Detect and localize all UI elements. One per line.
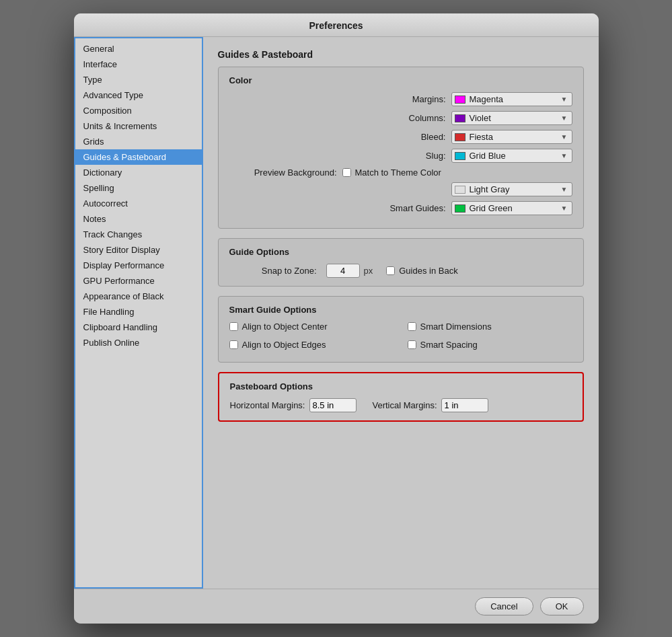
light-gray-value: Light Gray	[470, 184, 558, 194]
align-object-center-label: Align to Object Center	[242, 322, 328, 332]
margins-dropdown[interactable]: Magenta ▼	[451, 92, 572, 106]
vertical-margins-group: Vertical Margins:	[373, 398, 488, 412]
match-theme-group: Match to Theme Color	[342, 167, 441, 178]
color-panel-title: Color	[229, 75, 572, 85]
sidebar-item-spelling[interactable]: Spelling	[75, 180, 202, 196]
light-gray-arrow: ▼	[561, 186, 568, 193]
sidebar-item-file-handling[interactable]: File Handling	[75, 304, 202, 320]
main-content: Guides & Pasteboard Color Margins: Magen…	[203, 37, 599, 589]
sidebar-item-clipboard-handling[interactable]: Clipboard Handling	[75, 320, 202, 335]
sidebar-item-publish-online[interactable]: Publish Online	[75, 335, 202, 350]
vertical-margins-label: Vertical Margins:	[373, 400, 437, 410]
pasteboard-row: Horizontal Margins: Vertical Margins:	[230, 398, 572, 412]
columns-value: Violet	[470, 113, 558, 123]
slug-dropdown[interactable]: Grid Blue ▼	[451, 149, 572, 163]
sidebar-item-dictionary[interactable]: Dictionary	[75, 165, 202, 180]
sidebar: GeneralInterfaceTypeAdvanced TypeComposi…	[74, 37, 203, 589]
smart-dimensions-row: Smart Dimensions	[408, 322, 572, 332]
slug-row: Slug: Grid Blue ▼	[229, 149, 572, 163]
vertical-margins-input[interactable]	[441, 398, 488, 412]
sidebar-item-grids[interactable]: Grids	[75, 134, 202, 149]
bleed-value: Fiesta	[470, 132, 558, 142]
sidebar-item-autocorrect[interactable]: Autocorrect	[75, 196, 202, 211]
align-object-edges-row: Align to Object Edges	[229, 340, 394, 350]
ok-button[interactable]: OK	[540, 597, 584, 615]
columns-row: Columns: Violet ▼	[229, 111, 572, 125]
bleed-swatch	[455, 133, 465, 141]
columns-swatch	[455, 114, 465, 122]
sidebar-item-type[interactable]: Type	[75, 72, 202, 87]
columns-dropdown[interactable]: Violet ▼	[451, 111, 572, 125]
sidebar-item-display-performance[interactable]: Display Performance	[75, 258, 202, 273]
guide-options-panel: Guide Options Snap to Zone: 4 px Guides …	[218, 238, 584, 287]
smart-guides-label: Smart Guides:	[338, 203, 446, 213]
bleed-dropdown[interactable]: Fiesta ▼	[451, 130, 572, 144]
snap-zone-label: Snap to Zone:	[229, 266, 317, 276]
title-bar: Preferences	[74, 13, 599, 37]
smart-spacing-row: Smart Spacing	[408, 340, 572, 350]
guide-options-row: Snap to Zone: 4 px Guides in Back	[229, 264, 572, 278]
snap-zone-unit: px	[364, 266, 373, 276]
sidebar-item-units-and-increments[interactable]: Units & Increments	[75, 118, 202, 134]
guides-in-back-label: Guides in Back	[399, 266, 457, 276]
slug-arrow: ▼	[561, 152, 568, 159]
sidebar-item-gpu-performance[interactable]: GPU Performance	[75, 273, 202, 289]
margins-label: Margins:	[338, 94, 446, 104]
margins-arrow: ▼	[561, 96, 568, 103]
smart-spacing-checkbox[interactable]	[408, 340, 416, 349]
sidebar-item-track-changes[interactable]: Track Changes	[75, 227, 202, 242]
slug-label: Slug:	[338, 151, 446, 161]
align-object-center-checkbox[interactable]	[229, 322, 238, 331]
guide-options-title: Guide Options	[229, 247, 572, 257]
match-theme-label: Match to Theme Color	[355, 167, 441, 178]
smart-guides-value: Grid Green	[470, 203, 558, 213]
margins-row: Margins: Magenta ▼	[229, 92, 572, 106]
sidebar-item-guides-and-pasteboard[interactable]: Guides & Pasteboard	[75, 149, 202, 165]
dialog-body: GeneralInterfaceTypeAdvanced TypeComposi…	[74, 37, 599, 589]
slug-value: Grid Blue	[470, 151, 558, 161]
guides-in-back-checkbox[interactable]	[386, 266, 395, 275]
align-object-center-row: Align to Object Center	[229, 322, 394, 332]
horizontal-margins-input[interactable]	[309, 398, 357, 412]
bleed-arrow: ▼	[561, 133, 568, 141]
sidebar-item-interface[interactable]: Interface	[75, 57, 202, 72]
smart-spacing-label: Smart Spacing	[420, 340, 478, 350]
sidebar-item-notes[interactable]: Notes	[75, 211, 202, 227]
snap-zone-input[interactable]: 4	[326, 264, 360, 278]
smart-guide-options-title: Smart Guide Options	[229, 305, 572, 315]
smart-guides-dropdown[interactable]: Grid Green ▼	[451, 201, 572, 215]
smart-guides-swatch	[455, 204, 465, 213]
align-object-edges-checkbox[interactable]	[229, 340, 238, 349]
smart-dimensions-checkbox[interactable]	[408, 322, 416, 331]
footer: Cancel OK	[74, 589, 599, 624]
snap-zone-group: Snap to Zone: 4 px	[229, 264, 373, 278]
align-object-edges-label: Align to Object Edges	[242, 340, 326, 350]
pasteboard-options-title: Pasteboard Options	[230, 381, 572, 391]
smart-guide-grid: Align to Object Center Smart Dimensions …	[229, 322, 572, 354]
sidebar-item-composition[interactable]: Composition	[75, 103, 202, 118]
smart-dimensions-label: Smart Dimensions	[420, 322, 492, 332]
sidebar-item-appearance-of-black[interactable]: Appearance of Black	[75, 289, 202, 304]
horizontal-margins-group: Horizontal Margins:	[230, 398, 357, 412]
columns-label: Columns:	[338, 113, 446, 123]
guides-in-back-group: Guides in Back	[386, 266, 457, 276]
preview-bg-row: Preview Background: Match to Theme Color	[229, 167, 572, 178]
smart-guides-arrow: ▼	[561, 204, 568, 212]
section-title: Guides & Pasteboard	[218, 49, 584, 60]
horizontal-margins-label: Horizontal Margins:	[230, 400, 305, 410]
cancel-button[interactable]: Cancel	[475, 597, 533, 615]
dialog-title: Preferences	[309, 20, 363, 31]
sidebar-item-story-editor-display[interactable]: Story Editor Display	[75, 242, 202, 258]
preview-bg-label: Preview Background:	[229, 167, 337, 178]
preferences-dialog: Preferences GeneralInterfaceTypeAdvanced…	[74, 13, 599, 624]
bleed-row: Bleed: Fiesta ▼	[229, 130, 572, 144]
sidebar-item-general[interactable]: General	[75, 41, 202, 57]
smart-guide-options-panel: Smart Guide Options Align to Object Cent…	[218, 296, 584, 363]
light-gray-dropdown[interactable]: Light Gray ▼	[451, 182, 572, 196]
margins-swatch	[455, 96, 465, 104]
pasteboard-options-panel: Pasteboard Options Horizontal Margins: V…	[218, 372, 584, 422]
match-theme-checkbox[interactable]	[342, 168, 351, 177]
sidebar-item-advanced-type[interactable]: Advanced Type	[75, 87, 202, 103]
columns-arrow: ▼	[561, 114, 568, 122]
margins-value: Magenta	[470, 94, 558, 104]
